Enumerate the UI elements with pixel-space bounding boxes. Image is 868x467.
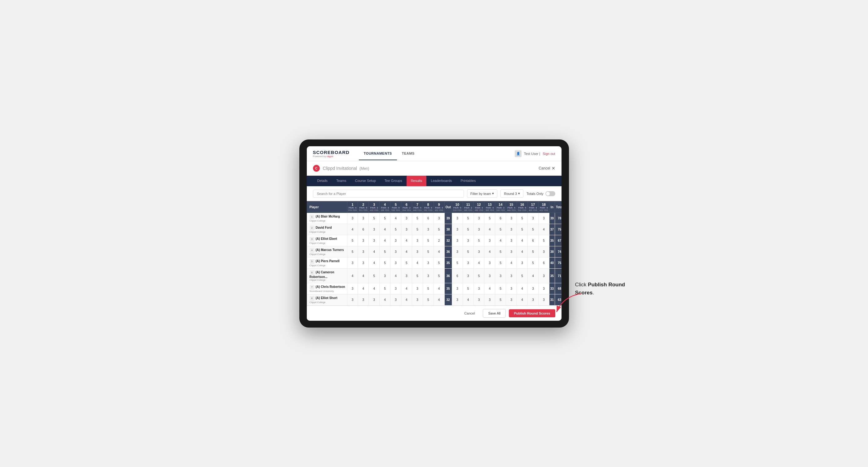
score-hole-9[interactable]: 5 bbox=[434, 257, 444, 269]
score-hole-8[interactable]: 3 bbox=[423, 269, 434, 283]
score-hole-10[interactable]: 3 bbox=[452, 283, 463, 294]
score-hole-13[interactable]: 4 bbox=[484, 283, 495, 294]
score-hole-1[interactable]: 5 bbox=[347, 235, 358, 246]
score-hole-10[interactable]: 3 bbox=[452, 213, 463, 224]
score-hole-17[interactable]: 5 bbox=[527, 224, 538, 235]
score-hole-11[interactable]: 3 bbox=[463, 269, 473, 283]
score-hole-9[interactable]: 2 bbox=[434, 235, 444, 246]
sign-out-link[interactable]: Sign out bbox=[542, 152, 555, 156]
score-hole-12[interactable]: 3 bbox=[473, 283, 484, 294]
score-hole-2[interactable]: 3 bbox=[358, 213, 369, 224]
score-hole-15[interactable]: 3 bbox=[506, 246, 517, 257]
score-hole-17[interactable]: 5 bbox=[527, 246, 538, 257]
score-hole-17[interactable]: 3 bbox=[527, 213, 538, 224]
score-hole-10[interactable]: 3 bbox=[452, 294, 463, 306]
score-hole-15[interactable]: 3 bbox=[506, 235, 517, 246]
tab-details[interactable]: Details bbox=[313, 176, 332, 186]
score-hole-1[interactable]: 4 bbox=[347, 224, 358, 235]
score-hole-14[interactable]: 4 bbox=[495, 235, 506, 246]
search-input[interactable] bbox=[313, 190, 464, 198]
score-hole-8[interactable]: 5 bbox=[423, 283, 434, 294]
score-hole-11[interactable]: 5 bbox=[463, 224, 473, 235]
score-hole-14[interactable]: 5 bbox=[495, 257, 506, 269]
score-hole-15[interactable]: 3 bbox=[506, 224, 517, 235]
score-hole-9[interactable]: 5 bbox=[434, 269, 444, 283]
score-hole-8[interactable]: 5 bbox=[423, 294, 434, 306]
round-select[interactable]: Round 3 ▾ bbox=[500, 189, 523, 198]
score-hole-9[interactable]: 4 bbox=[434, 283, 444, 294]
score-hole-7[interactable]: 3 bbox=[412, 283, 423, 294]
score-hole-7[interactable]: 5 bbox=[412, 269, 423, 283]
score-hole-15[interactable]: 4 bbox=[506, 257, 517, 269]
score-hole-10[interactable]: 3 bbox=[452, 246, 463, 257]
score-hole-15[interactable]: 3 bbox=[506, 269, 517, 283]
score-hole-16[interactable]: 4 bbox=[517, 246, 528, 257]
score-hole-11[interactable]: 5 bbox=[463, 283, 473, 294]
score-hole-7[interactable]: 3 bbox=[412, 294, 423, 306]
score-hole-1[interactable]: 3 bbox=[347, 257, 358, 269]
score-hole-3[interactable]: 3 bbox=[369, 235, 380, 246]
score-hole-4[interactable]: 4 bbox=[380, 224, 391, 235]
score-hole-12[interactable]: 3 bbox=[473, 213, 484, 224]
score-hole-13[interactable]: 5 bbox=[484, 213, 495, 224]
score-hole-12[interactable]: 5 bbox=[473, 269, 484, 283]
score-hole-8[interactable]: 6 bbox=[423, 213, 434, 224]
score-hole-1[interactable]: 3 bbox=[347, 283, 358, 294]
score-hole-7[interactable]: 4 bbox=[412, 257, 423, 269]
score-hole-12[interactable]: 3 bbox=[473, 224, 484, 235]
tab-leaderboards[interactable]: Leaderboards bbox=[426, 176, 456, 186]
score-hole-16[interactable]: 5 bbox=[517, 213, 528, 224]
score-hole-13[interactable]: 4 bbox=[484, 224, 495, 235]
score-hole-18[interactable]: 4 bbox=[538, 224, 549, 235]
score-hole-18[interactable]: 3 bbox=[538, 213, 549, 224]
score-hole-4[interactable]: 3 bbox=[380, 269, 391, 283]
score-hole-2[interactable]: 4 bbox=[358, 269, 369, 283]
score-hole-3[interactable]: 4 bbox=[369, 257, 380, 269]
filter-by-team-select[interactable]: Filter by team ▾ bbox=[467, 189, 498, 198]
score-hole-13[interactable]: 3 bbox=[484, 235, 495, 246]
score-hole-17[interactable]: 4 bbox=[527, 269, 538, 283]
score-hole-17[interactable]: 3 bbox=[527, 294, 538, 306]
score-hole-2[interactable]: 4 bbox=[358, 283, 369, 294]
score-hole-12[interactable]: 4 bbox=[473, 257, 484, 269]
score-hole-2[interactable]: 6 bbox=[358, 224, 369, 235]
score-hole-2[interactable]: 3 bbox=[358, 246, 369, 257]
score-hole-14[interactable]: 5 bbox=[495, 224, 506, 235]
score-hole-5[interactable]: 4 bbox=[391, 269, 401, 283]
save-all-button[interactable]: Save All bbox=[483, 309, 506, 318]
score-hole-6[interactable]: 5 bbox=[401, 257, 412, 269]
score-hole-11[interactable]: 5 bbox=[463, 246, 473, 257]
score-hole-9[interactable]: 4 bbox=[434, 246, 444, 257]
score-hole-16[interactable]: 4 bbox=[517, 283, 528, 294]
score-hole-5[interactable]: 3 bbox=[391, 283, 401, 294]
score-hole-2[interactable]: 3 bbox=[358, 235, 369, 246]
score-hole-16[interactable]: 3 bbox=[517, 257, 528, 269]
score-hole-6[interactable]: 3 bbox=[401, 224, 412, 235]
score-hole-1[interactable]: 5 bbox=[347, 246, 358, 257]
score-hole-7[interactable]: 5 bbox=[412, 224, 423, 235]
score-hole-11[interactable]: 4 bbox=[463, 294, 473, 306]
score-hole-11[interactable]: 5 bbox=[463, 213, 473, 224]
score-hole-3[interactable]: 3 bbox=[369, 294, 380, 306]
score-hole-15[interactable]: 3 bbox=[506, 294, 517, 306]
score-hole-5[interactable]: 3 bbox=[391, 257, 401, 269]
score-hole-18[interactable]: 3 bbox=[538, 283, 549, 294]
score-hole-9[interactable]: 4 bbox=[434, 294, 444, 306]
score-hole-4[interactable]: 5 bbox=[380, 283, 391, 294]
score-hole-14[interactable]: 5 bbox=[495, 283, 506, 294]
score-hole-13[interactable]: 3 bbox=[484, 294, 495, 306]
score-hole-4[interactable]: 4 bbox=[380, 294, 391, 306]
score-hole-10[interactable]: 5 bbox=[452, 257, 463, 269]
score-hole-15[interactable]: 3 bbox=[506, 283, 517, 294]
score-hole-6[interactable]: 4 bbox=[401, 246, 412, 257]
score-hole-2[interactable]: 3 bbox=[358, 294, 369, 306]
score-hole-16[interactable]: 5 bbox=[517, 224, 528, 235]
score-hole-11[interactable]: 3 bbox=[463, 235, 473, 246]
score-hole-10[interactable]: 6 bbox=[452, 269, 463, 283]
score-hole-1[interactable]: 4 bbox=[347, 269, 358, 283]
score-hole-2[interactable]: 3 bbox=[358, 257, 369, 269]
score-hole-17[interactable]: 6 bbox=[527, 235, 538, 246]
score-hole-8[interactable]: 5 bbox=[423, 246, 434, 257]
score-hole-5[interactable]: 3 bbox=[391, 235, 401, 246]
score-hole-3[interactable]: 4 bbox=[369, 246, 380, 257]
